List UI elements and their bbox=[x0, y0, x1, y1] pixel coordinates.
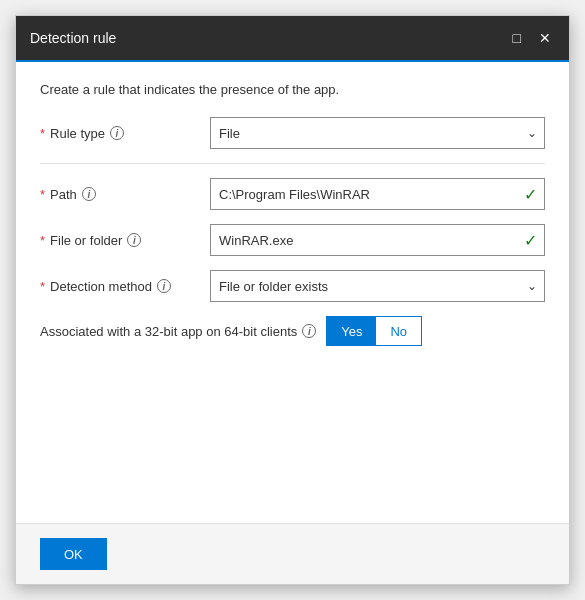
detection-method-control: File or folder exists Date modified Date… bbox=[210, 270, 545, 302]
detection-method-info-icon[interactable]: i bbox=[157, 279, 171, 293]
bit-toggle-buttons: Yes No bbox=[326, 316, 422, 346]
bit-toggle-label-text: Associated with a 32-bit app on 64-bit c… bbox=[40, 324, 297, 339]
close-button[interactable]: ✕ bbox=[535, 29, 555, 47]
path-label: * Path i bbox=[40, 187, 210, 202]
required-star-4: * bbox=[40, 279, 45, 294]
path-row: * Path i ✓ bbox=[40, 178, 545, 210]
footer: OK bbox=[16, 523, 569, 584]
file-folder-info-icon[interactable]: i bbox=[127, 233, 141, 247]
no-button[interactable]: No bbox=[376, 317, 421, 345]
detection-method-label: * Detection method i bbox=[40, 279, 210, 294]
file-folder-label: * File or folder i bbox=[40, 233, 210, 248]
minimize-button[interactable]: □ bbox=[509, 29, 525, 47]
detection-method-label-text: Detection method bbox=[50, 279, 152, 294]
rule-type-info-icon[interactable]: i bbox=[110, 126, 124, 140]
bit-toggle-label: Associated with a 32-bit app on 64-bit c… bbox=[40, 324, 316, 339]
divider-1 bbox=[40, 163, 545, 164]
yes-button[interactable]: Yes bbox=[327, 317, 376, 345]
bit-toggle-row: Associated with a 32-bit app on 64-bit c… bbox=[40, 316, 545, 346]
rule-type-row: * Rule type i File MSI Registry Script ⌄ bbox=[40, 117, 545, 149]
subtitle-text: Create a rule that indicates the presenc… bbox=[40, 82, 545, 97]
required-star: * bbox=[40, 126, 45, 141]
required-star-3: * bbox=[40, 233, 45, 248]
detection-method-row: * Detection method i File or folder exis… bbox=[40, 270, 545, 302]
ok-button[interactable]: OK bbox=[40, 538, 107, 570]
rule-type-label: * Rule type i bbox=[40, 126, 210, 141]
path-control: ✓ bbox=[210, 178, 545, 210]
path-input-wrapper: ✓ bbox=[210, 178, 545, 210]
file-folder-input-wrapper: ✓ bbox=[210, 224, 545, 256]
detection-method-select[interactable]: File or folder exists Date modified Date… bbox=[210, 270, 545, 302]
path-label-text: Path bbox=[50, 187, 77, 202]
title-bar-controls: □ ✕ bbox=[509, 29, 555, 47]
dialog-title: Detection rule bbox=[30, 30, 116, 46]
file-folder-label-text: File or folder bbox=[50, 233, 122, 248]
required-star-2: * bbox=[40, 187, 45, 202]
file-folder-control: ✓ bbox=[210, 224, 545, 256]
rule-type-select-wrapper: File MSI Registry Script ⌄ bbox=[210, 117, 545, 149]
detection-method-select-wrapper: File or folder exists Date modified Date… bbox=[210, 270, 545, 302]
path-input[interactable] bbox=[210, 178, 545, 210]
file-folder-input[interactable] bbox=[210, 224, 545, 256]
rule-type-control: File MSI Registry Script ⌄ bbox=[210, 117, 545, 149]
content-area: Create a rule that indicates the presenc… bbox=[16, 60, 569, 523]
path-info-icon[interactable]: i bbox=[82, 187, 96, 201]
rule-type-select[interactable]: File MSI Registry Script bbox=[210, 117, 545, 149]
detection-rule-dialog: Detection rule □ ✕ Create a rule that in… bbox=[15, 15, 570, 585]
rule-type-label-text: Rule type bbox=[50, 126, 105, 141]
file-folder-row: * File or folder i ✓ bbox=[40, 224, 545, 256]
title-bar: Detection rule □ ✕ bbox=[16, 16, 569, 60]
bit-toggle-info-icon[interactable]: i bbox=[302, 324, 316, 338]
